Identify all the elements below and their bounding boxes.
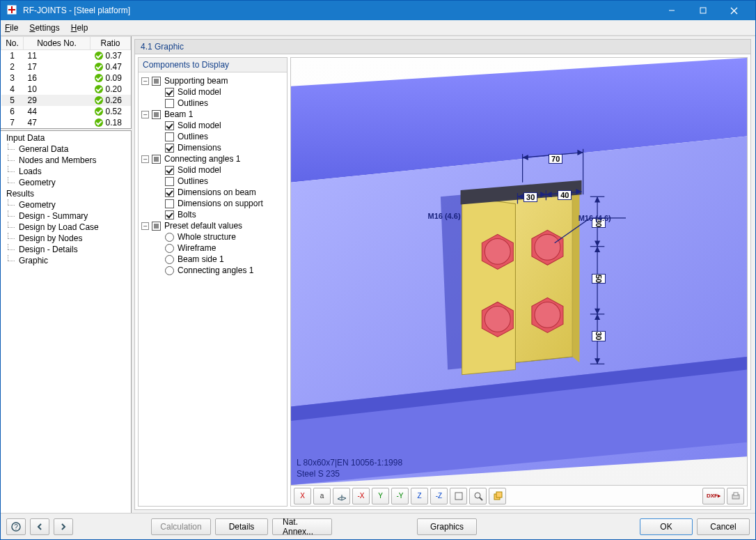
table-row[interactable]: 4100.20 [1,84,131,95]
nav-design-nodes[interactable]: Design by Nodes [1,233,131,244]
col-ratio[interactable]: Ratio [90,37,131,50]
node-dimensions[interactable]: Dimensions [178,143,221,153]
node-connecting-angles[interactable]: Connecting angles 1 [164,154,240,164]
svg-marker-22 [577,150,583,155]
node-solid-model[interactable]: Solid model [178,121,221,130]
menu-file[interactable]: File [3,22,19,34]
node-bolts[interactable]: Bolts [178,210,196,219]
view-a-button[interactable]: a [313,488,331,504]
table-row[interactable]: 7470.18 [1,117,131,128]
checkbox[interactable] [165,210,174,219]
collapse-icon[interactable]: − [141,222,149,230]
help-button[interactable]: ? [6,518,26,535]
dim-30: 30 [523,192,537,202]
close-button[interactable] [718,1,750,20]
nav-general-data[interactable]: General Data [1,144,131,155]
nav-nodes-members[interactable]: Nodes and Members [1,155,131,166]
menu-help[interactable]: Help [70,22,90,34]
node-whole[interactable]: Whole structure [178,232,236,242]
cancel-button[interactable]: Cancel [697,518,750,535]
navigator-tree[interactable]: Input Data General Data Nodes and Member… [1,130,132,513]
ok-button[interactable]: OK [640,518,693,535]
checkbox[interactable] [152,110,161,119]
node-beam1[interactable]: Beam 1 [164,109,193,119]
collapse-icon[interactable]: − [141,77,149,85]
radio[interactable] [165,266,174,275]
node-outlines[interactable]: Outlines [178,98,208,108]
nav-design-summary[interactable]: Design - Summary [1,210,131,222]
nav-input-data[interactable]: Input Data [1,132,131,144]
collapse-icon[interactable]: − [141,111,149,118]
calculation-button[interactable]: Calculation [151,518,211,535]
nav-design-details[interactable]: Design - Details [1,244,131,255]
menu-settings[interactable]: Settings [28,22,61,34]
profile-info: L 80x60x7|EN 10056-1:1998 Steel S 235 [297,457,402,479]
table-row[interactable]: 2170.47 [1,61,131,72]
col-nodes[interactable]: Nodes No. [24,37,90,50]
checkbox[interactable] [165,88,174,97]
checkbox[interactable] [165,99,174,108]
view-copy-button[interactable] [489,488,506,504]
node-solid-model[interactable]: Solid model [178,165,221,175]
bolt-label-right: M16 (4.6) [578,214,611,222]
node-dim-on-support[interactable]: Dimensions on support [178,199,263,208]
view-zoom-button[interactable] [469,488,487,504]
view-z-button[interactable]: Z [411,488,428,504]
checkbox[interactable] [165,144,174,153]
maximize-button[interactable] [687,1,718,20]
node-outlines[interactable]: Outlines [178,132,208,141]
svg-marker-14 [532,230,563,265]
checkbox[interactable] [165,132,174,141]
print-button[interactable] [727,488,744,504]
radio[interactable] [165,255,174,264]
nav-loads[interactable]: Loads [1,166,131,177]
checkbox[interactable] [152,77,161,86]
view-negx-button[interactable]: -X [352,488,370,504]
node-outlines[interactable]: Outlines [178,176,208,186]
view-x-button[interactable]: X [294,488,311,504]
checkbox[interactable] [165,166,174,175]
nav-results[interactable]: Results [1,188,131,199]
node-supporting-beam[interactable]: Supporting beam [164,76,228,86]
view-y-button[interactable]: Y [372,488,389,504]
node-dim-on-beam[interactable]: Dimensions on beam [178,187,256,197]
minimize-button[interactable] [656,1,687,20]
checkbox[interactable] [165,121,174,130]
checkbox[interactable] [165,199,174,208]
collapse-icon[interactable]: − [141,155,149,163]
node-wireframe[interactable]: Wireframe [178,243,216,253]
joints-table[interactable]: No. Nodes No. Ratio 1110.372170.473160.0… [1,36,132,129]
node-solid-model[interactable]: Solid model [178,87,221,97]
nav-geometry-input[interactable]: Geometry [1,177,131,188]
checkbox[interactable] [165,188,174,197]
checkbox[interactable] [152,222,161,231]
table-row[interactable]: 1110.37 [1,50,131,62]
prev-button[interactable] [30,518,49,535]
export-dxf-button[interactable]: DXF▸ [702,488,725,504]
view-box-button[interactable] [450,488,467,504]
node-preset[interactable]: Preset default values [164,221,242,231]
view-iso-button[interactable] [333,488,350,504]
nav-design-loadcase[interactable]: Design by Load Case [1,222,131,233]
svg-marker-12 [482,234,513,269]
radio[interactable] [165,244,174,253]
nav-graphic[interactable]: Graphic [1,255,131,266]
checkbox[interactable] [152,155,161,164]
table-row[interactable]: 6440.52 [1,106,131,117]
graphics-button[interactable]: Graphics [417,518,477,535]
node-conn-angles[interactable]: Connecting angles 1 [178,265,253,275]
table-row[interactable]: 3160.09 [1,72,131,84]
next-button[interactable] [54,518,73,535]
table-row[interactable]: 5290.26 [1,95,131,106]
view-negy-button[interactable]: -Y [391,488,409,504]
nav-geometry[interactable]: Geometry [1,199,131,210]
details-button[interactable]: Details [215,518,268,535]
svg-marker-43 [594,358,600,364]
view-negz-button[interactable]: -Z [430,488,448,504]
nat-annex-button[interactable]: Nat. Annex... [272,518,332,535]
checkbox[interactable] [165,177,174,186]
col-no[interactable]: No. [1,37,24,50]
node-beam-side[interactable]: Beam side 1 [178,254,224,264]
graphic-viewport[interactable]: 70 30 40 30 50 30 M16 (4.6) M16 (4.6) L … [290,57,748,486]
radio[interactable] [165,233,174,242]
